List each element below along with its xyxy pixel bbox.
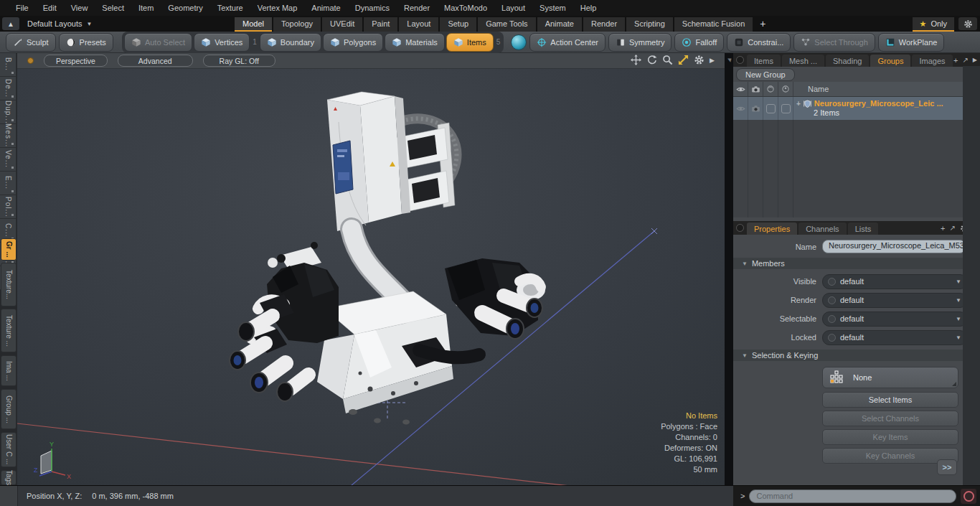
filter-column-header[interactable] — [763, 82, 778, 96]
selectable-dropdown[interactable]: default ▼ — [822, 311, 967, 327]
viewport-3d[interactable]: Y X Z Perspective Advanced Ray GL: Off — [17, 53, 725, 485]
left-tab-mesh[interactable]: Mes... — [0, 124, 17, 148]
expand-panel-icon[interactable]: ↗ — [962, 56, 968, 64]
rotate-icon[interactable] — [646, 55, 657, 65]
tab-mesh[interactable]: Mesh ... — [782, 55, 824, 67]
symmetry-button[interactable]: Symmetry — [608, 33, 672, 52]
group-list[interactable]: + Neurosurgery_Microscope_Leic ... 2 Ite… — [733, 97, 980, 217]
pan-icon[interactable] — [631, 55, 641, 65]
right-tab-tags[interactable]: Tags — [1, 470, 17, 485]
right-tab-user-channels[interactable]: User C ... — [1, 432, 17, 467]
vertices-mode-button[interactable]: Vertices — [194, 33, 250, 52]
select-channels-button[interactable]: Select Channels — [822, 411, 958, 426]
camera-mode-button[interactable]: Perspective — [44, 55, 108, 67]
keying-mode-button[interactable]: None — [822, 367, 958, 388]
tab-model[interactable]: Model — [235, 17, 272, 32]
materials-mode-button[interactable]: Materials — [385, 33, 445, 52]
tab-channels[interactable]: Channels — [798, 222, 846, 235]
polygons-mode-button[interactable]: Polygons — [323, 33, 383, 52]
name-column-header[interactable]: Name — [793, 85, 980, 93]
render-dropdown[interactable]: default ▼ — [822, 293, 967, 308]
viewport-thumb-icon[interactable] — [27, 57, 34, 64]
pie-menu-icon[interactable] — [736, 224, 744, 232]
tab-schematic-fusion[interactable]: Schematic Fusion — [674, 17, 753, 32]
expand-plus-icon[interactable]: + — [796, 99, 801, 108]
viewport-menu-arrow-icon[interactable]: ▶ — [710, 57, 715, 64]
layout-up-icon[interactable]: ▲ — [2, 17, 19, 30]
tab-images[interactable]: Images — [912, 55, 952, 67]
visible-dropdown[interactable]: default ▼ — [822, 274, 967, 289]
favorites-only-button[interactable]: ★ Only — [913, 17, 955, 32]
items-mode-button[interactable]: Items — [446, 33, 494, 52]
record-button[interactable] — [960, 488, 977, 505]
row-checkbox-2[interactable] — [778, 97, 793, 120]
tab-items[interactable]: Items — [747, 55, 781, 67]
menu-texture[interactable]: Texture — [210, 1, 250, 15]
layout-selector[interactable]: Default Layouts ▼ — [27, 16, 92, 32]
tab-uvedit[interactable]: UVEdit — [322, 17, 362, 32]
visibility-column-header[interactable] — [733, 82, 748, 96]
menu-dynamics[interactable]: Dynamics — [348, 1, 397, 15]
panel-splitter[interactable]: ◥ — [725, 53, 733, 485]
menu-layout[interactable]: Layout — [494, 1, 532, 15]
magnifier-icon[interactable] — [662, 55, 673, 65]
menu-select[interactable]: Select — [95, 1, 131, 15]
workplane-button[interactable]: WorkPlane — [878, 33, 945, 52]
tab-paint[interactable]: Paint — [364, 17, 397, 32]
tab-animate[interactable]: Animate — [537, 17, 582, 32]
menu-file[interactable]: File — [9, 1, 36, 15]
falloff-button[interactable]: Falloff — [674, 33, 724, 52]
right-tab-texture-2[interactable]: Texture ... — [1, 309, 17, 352]
maximize-icon[interactable] — [678, 55, 689, 65]
left-tab-duplicate[interactable]: Dup... — [0, 100, 17, 124]
constraints-button[interactable]: Constrai... — [727, 33, 791, 52]
command-input[interactable] — [749, 489, 956, 503]
render-column-header[interactable] — [748, 82, 763, 96]
select-items-button[interactable]: Select Items — [822, 392, 958, 408]
row-visibility-toggle[interactable] — [733, 97, 748, 120]
new-group-button[interactable]: New Group — [736, 68, 795, 81]
left-tab-edge[interactable]: E... — [0, 172, 17, 195]
gear-icon[interactable] — [694, 55, 705, 65]
key-items-button[interactable]: Key Items — [822, 429, 958, 445]
tab-topology[interactable]: Topology — [273, 17, 321, 32]
right-tab-groups[interactable]: Gr ... — [1, 238, 17, 261]
menu-item[interactable]: Item — [131, 1, 161, 15]
action-center-button[interactable]: Action Center — [529, 33, 606, 52]
selection-ball-icon[interactable] — [511, 34, 527, 50]
presets-button[interactable]: Presets — [59, 33, 113, 52]
menu-render[interactable]: Render — [397, 1, 437, 15]
left-tab-vertex[interactable]: Ve... — [0, 148, 17, 172]
left-tab-basic[interactable]: B... — [0, 53, 17, 77]
tab-scripting[interactable]: Scripting — [626, 17, 673, 32]
shading-mode-button[interactable]: Advanced — [118, 55, 193, 67]
sculpt-button[interactable]: Sculpt — [6, 33, 56, 52]
selection-keying-section-header[interactable]: ▼ Selection & Keying — [733, 350, 980, 361]
tab-properties[interactable]: Properties — [747, 222, 797, 235]
menu-view[interactable]: View — [64, 1, 95, 15]
locked-dropdown[interactable]: default ▼ — [822, 330, 967, 345]
layout-gear-button[interactable] — [958, 17, 977, 30]
filter2-column-header[interactable] — [778, 82, 793, 96]
menu-geometry[interactable]: Geometry — [161, 1, 209, 15]
right-tab-texture-1[interactable]: Texture... — [1, 263, 17, 306]
tab-shading[interactable]: Shading — [826, 55, 869, 67]
tab-render[interactable]: Render — [583, 17, 625, 32]
menu-help[interactable]: Help — [573, 1, 604, 15]
row-checkbox-1[interactable] — [763, 97, 778, 120]
tab-game-tools[interactable]: Game Tools — [478, 17, 536, 32]
auto-select-button[interactable]: Auto Select — [124, 33, 192, 52]
menu-maxtomodo[interactable]: MaxToModo — [437, 1, 494, 15]
menu-animate[interactable]: Animate — [304, 1, 347, 15]
add-tab-icon[interactable]: + — [953, 56, 958, 65]
tab-lists[interactable]: Lists — [848, 222, 879, 235]
select-through-button[interactable]: Select Through — [793, 33, 875, 52]
more-button[interactable]: >> — [937, 459, 957, 475]
group-name-input[interactable]: Neurosurgery_Microscope_Leica_M53 — [822, 240, 966, 253]
raygl-button[interactable]: Ray GL: Off — [203, 55, 275, 67]
tab-layout[interactable]: Layout — [399, 17, 438, 32]
expand-panel-icon[interactable]: ↗ — [949, 224, 955, 232]
tab-setup[interactable]: Setup — [440, 17, 476, 32]
right-tab-images[interactable]: Ima ... — [1, 355, 17, 386]
members-section-header[interactable]: ▼ Members — [733, 258, 980, 269]
